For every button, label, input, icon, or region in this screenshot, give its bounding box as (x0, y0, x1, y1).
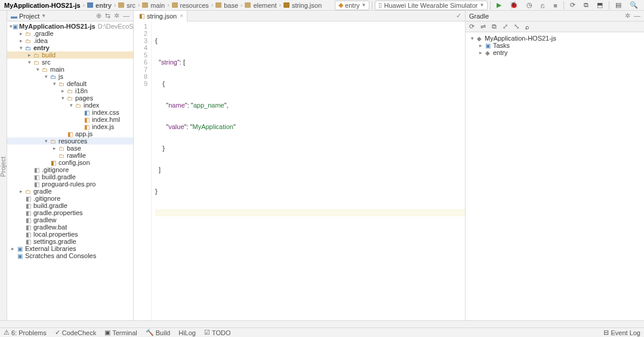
attach-icon: ⎌ (541, 2, 545, 9)
tree-gradlew-bat[interactable]: ◧gradlew.bat (7, 223, 133, 231)
gradle-file-icon: ◧ (32, 173, 41, 180)
tree-local-props[interactable]: ◧local.properties (7, 231, 133, 238)
tree-gradle-dir[interactable]: ▸🗀.gradle (7, 30, 133, 37)
attach-button[interactable]: ⎌ (537, 1, 549, 10)
run-button[interactable]: ▶ (493, 1, 505, 10)
tree-index-hml[interactable]: ◧index.hml (7, 116, 133, 123)
tree-settings-gradle[interactable]: ◧settings.gradle (7, 238, 133, 245)
chevron-down-icon: ▼ (41, 13, 46, 19)
footer-problems[interactable]: ⚠6: Problems (4, 329, 47, 336)
gradle-tasks[interactable]: ▸▣Tasks (466, 42, 644, 49)
editor-tab-stringjson[interactable]: ◧ string.json × (134, 11, 187, 22)
editor-code[interactable]: { "string": [ { "name": "app_name", "val… (152, 22, 465, 320)
expand-icon[interactable]: ⇆ (105, 12, 110, 20)
close-tab-icon[interactable]: × (180, 13, 183, 19)
breadcrumb-project[interactable]: MyApplication-HOS21-js (2, 2, 82, 9)
footer-eventlog[interactable]: ⊟Event Log (603, 329, 640, 336)
sidetab-project[interactable]: Project (0, 157, 7, 177)
bug-icon: 🐞 (510, 1, 518, 9)
tree-scratches[interactable]: ▣Scratches and Consoles (7, 252, 133, 259)
editor-body[interactable]: 123456789 { "string": [ { "name": "app_n… (134, 22, 465, 320)
debug-button[interactable]: 🐞 (506, 1, 522, 10)
tree-index-css[interactable]: ◧index.css (7, 109, 133, 116)
tree-gradle-props[interactable]: ◧gradle.properties (7, 209, 133, 216)
gradle-pane-header: Gradle ✲ — (466, 11, 644, 22)
footer-terminal[interactable]: ▣Terminal (104, 329, 137, 336)
tree-main[interactable]: ▾🗀main (7, 66, 133, 73)
footer-codecheck[interactable]: ✓CodeCheck (55, 329, 96, 336)
minimize-icon[interactable]: — (123, 12, 130, 20)
chevron-down-icon: ▼ (479, 2, 484, 8)
gradle-file-icon: ◧ (24, 202, 32, 209)
editor-status-check[interactable]: ✓ (456, 12, 465, 20)
tree-resources[interactable]: ▾🗀resources (7, 137, 133, 145)
expand-icon[interactable]: ⤢ (503, 23, 508, 30)
tree-gradle[interactable]: ▸🗀gradle (7, 188, 133, 195)
tree-base[interactable]: ▸🗀base (7, 145, 133, 152)
settings-icon[interactable]: ✲ (114, 12, 119, 20)
settings-icon[interactable]: ✲ (625, 12, 630, 20)
footer-build[interactable]: 🔨Build (146, 329, 170, 336)
tree-rawfile[interactable]: 🗀rawfile (7, 152, 133, 159)
tree-proguard[interactable]: ◧proguard-rules.pro (7, 180, 133, 188)
refresh-icon[interactable]: ⟳ (469, 23, 474, 30)
breadcrumb-resources[interactable]: resources (170, 2, 211, 9)
avd-button[interactable]: ⧉ (580, 1, 592, 10)
tree-build[interactable]: ▸🗀build (7, 51, 133, 59)
hml-file-icon: ◧ (82, 116, 91, 123)
folder-icon (215, 2, 223, 8)
tree-gitignore2[interactable]: ◧.gitignore (7, 195, 133, 202)
breadcrumb-element[interactable]: element (243, 2, 278, 9)
css-file-icon: ◧ (82, 109, 91, 116)
search-everywhere-button[interactable]: 🔍 (626, 1, 642, 10)
device-selector[interactable]: ▯ Huawei Lite Wearable Simulator▼ (375, 1, 488, 10)
tree-i18n[interactable]: ▸🗀i18n (7, 87, 133, 94)
tree-external-libs[interactable]: ▸▣External Libraries (7, 245, 133, 252)
tree-src[interactable]: ▾🗀src (7, 59, 133, 66)
breadcrumb-src[interactable]: src (116, 2, 137, 9)
stop-button[interactable]: ■ (550, 1, 561, 10)
gradle-root[interactable]: ▾◆MyApplication-HOS21-js (466, 35, 644, 42)
footer-hilog[interactable]: HiLog (178, 329, 196, 336)
structure-icon: ▤ (615, 1, 621, 9)
breadcrumb-file[interactable]: string.json (282, 2, 323, 9)
tree-build-gradle2[interactable]: ◧build.gradle (7, 202, 133, 209)
sdk-button[interactable]: ⬒ (593, 1, 606, 10)
sync-button[interactable]: ⟳ (566, 1, 579, 10)
tree-entry[interactable]: ▾🗀entry (7, 44, 133, 51)
tree-app-js[interactable]: ◧app.js (7, 130, 133, 137)
tree-root[interactable]: ▾▣MyApplication-HOS21-jsD:\DevEcoStudio\… (7, 23, 133, 30)
gradle-tree[interactable]: ▾◆MyApplication-HOS21-js ▸▣Tasks ▸◆entry (466, 32, 644, 320)
folder-icon (172, 2, 179, 8)
execute-icon[interactable]: ⧉ (492, 23, 497, 30)
gradle-icon: ◆ (475, 35, 483, 42)
tree-config-json[interactable]: ◧config.json (7, 159, 133, 166)
run-config-module[interactable]: ◆ entry▼ (335, 1, 369, 10)
tree-gradlew[interactable]: ◧gradlew (7, 216, 133, 223)
tree-idea-dir[interactable]: ▸🗀.idea (7, 37, 133, 44)
profiler-button[interactable]: ◷ (523, 1, 536, 10)
tree-build-gradle1[interactable]: ◧build.gradle (7, 173, 133, 180)
breadcrumb-entry[interactable]: entry (85, 2, 113, 9)
collapse-icon[interactable]: ⤡ (514, 23, 519, 30)
footer-todo[interactable]: ☑TODO (204, 329, 231, 336)
breadcrumb-base[interactable]: base (214, 2, 240, 9)
tree-js[interactable]: ▾🗀js (7, 73, 133, 80)
search-icon[interactable]: ⌕ (525, 23, 529, 30)
play-icon: ▶ (497, 1, 501, 9)
project-structure-button[interactable]: ▤ (612, 1, 625, 10)
tree-default[interactable]: ▾🗀default (7, 80, 133, 87)
tree-pages[interactable]: ▾🗀pages (7, 94, 133, 102)
tree-gitignore1[interactable]: ◧.gitignore (7, 166, 133, 173)
sync-icon[interactable]: ⇌ (480, 23, 486, 30)
folder-icon: 🗀 (74, 102, 82, 109)
tree-index-dir[interactable]: ▾🗀index (7, 102, 133, 109)
gradle-entry[interactable]: ▸◆entry (466, 49, 644, 56)
folder-icon: 🗀 (41, 66, 49, 73)
minimize-icon[interactable]: — (634, 12, 640, 20)
project-tree[interactable]: ▾▣MyApplication-HOS21-jsD:\DevEcoStudio\… (7, 22, 133, 320)
locate-icon[interactable]: ⊕ (96, 12, 101, 20)
breadcrumb-main[interactable]: main (140, 2, 167, 9)
project-view-selector[interactable]: ▬ Project▼ (11, 13, 46, 20)
tree-index-js[interactable]: ◧index.js (7, 123, 133, 130)
